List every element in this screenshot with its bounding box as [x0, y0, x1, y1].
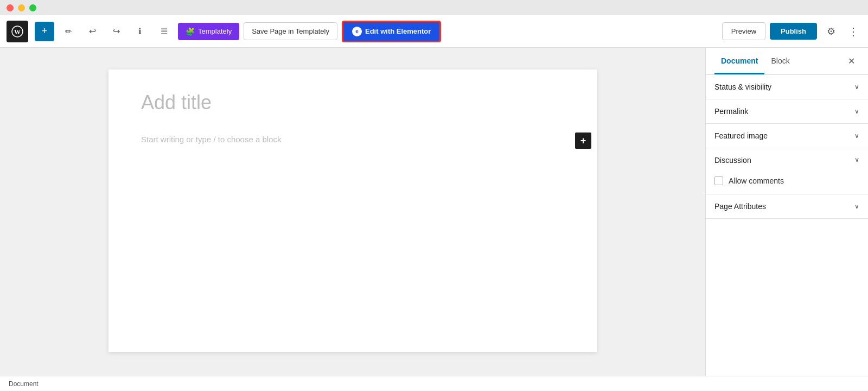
editor-canvas: Start writing or type / to choose a bloc…	[108, 70, 597, 352]
right-sidebar: Document Block ✕ Status & visibility ∨	[705, 48, 868, 376]
templately-icon: 🧩	[186, 27, 195, 36]
wp-logo[interactable]: W	[7, 21, 28, 42]
add-block-inline-button[interactable]: +	[575, 133, 591, 149]
section-discussion: Discussion ∧ Allow comments	[706, 148, 868, 194]
section-featured-image-title: Featured image	[714, 131, 854, 140]
more-icon: ⋮	[848, 25, 859, 38]
redo-button[interactable]: ↪	[106, 22, 126, 41]
section-page-attributes-header[interactable]: Page Attributes ∨	[706, 194, 868, 218]
chevron-down-icon: ∨	[854, 203, 859, 210]
undo-icon: ↩	[89, 26, 96, 36]
section-status-visibility: Status & visibility ∨	[706, 75, 868, 99]
gear-icon: ⚙	[827, 26, 835, 37]
publish-label: Publish	[781, 27, 806, 35]
info-button[interactable]: ℹ	[130, 22, 150, 41]
publish-button[interactable]: Publish	[770, 23, 817, 40]
plus-icon: +	[42, 26, 48, 37]
sidebar-header: Document Block ✕	[706, 48, 868, 75]
plus-icon: +	[580, 136, 586, 146]
status-text: Document	[9, 380, 39, 388]
section-featured-image: Featured image ∨	[706, 124, 868, 148]
section-status-visibility-header[interactable]: Status & visibility ∨	[706, 75, 868, 99]
toolbar: W + ✏ ↩ ↪ ℹ ☰ 🧩 Templately	[0, 15, 868, 48]
allow-comments-checkbox[interactable]	[714, 176, 723, 185]
chevron-down-icon: ∨	[854, 108, 859, 115]
section-featured-image-header[interactable]: Featured image ∨	[706, 124, 868, 148]
allow-comments-row: Allow comments	[714, 176, 859, 185]
add-block-button[interactable]: +	[35, 22, 54, 41]
window-chrome	[0, 0, 868, 15]
list-view-button[interactable]: ☰	[154, 22, 174, 41]
tab-document[interactable]: Document	[714, 49, 764, 74]
chevron-down-icon: ∨	[854, 132, 859, 140]
section-discussion-title: Discussion	[714, 156, 854, 165]
edit-with-elementor-button[interactable]: e Edit with Elementor	[342, 21, 441, 42]
preview-button[interactable]: Preview	[722, 22, 765, 40]
pencil-icon: ✏	[65, 27, 72, 36]
close-icon: ✕	[848, 56, 855, 66]
section-page-attributes-title: Page Attributes	[714, 202, 854, 211]
templately-label: Templately	[198, 27, 232, 35]
section-page-attributes: Page Attributes ∨	[706, 194, 868, 219]
window-maximize-btn[interactable]	[29, 4, 36, 11]
window-close-btn[interactable]	[7, 4, 14, 11]
section-permalink-title: Permalink	[714, 107, 854, 116]
allow-comments-label[interactable]: Allow comments	[729, 176, 784, 185]
redo-icon: ↪	[113, 26, 120, 36]
status-bar: Document	[0, 376, 868, 391]
block-placeholder[interactable]: Start writing or type / to choose a bloc…	[141, 130, 564, 148]
section-permalink: Permalink ∨	[706, 99, 868, 124]
info-icon: ℹ	[138, 27, 142, 36]
settings-button[interactable]: ⚙	[821, 22, 841, 41]
block-area: Start writing or type / to choose a bloc…	[141, 130, 564, 163]
undo-button[interactable]: ↩	[82, 22, 102, 41]
elementor-label: Edit with Elementor	[365, 27, 431, 35]
section-discussion-content: Allow comments	[706, 172, 868, 194]
chevron-down-icon: ∨	[854, 83, 859, 91]
list-icon: ☰	[161, 27, 168, 36]
elementor-icon: e	[352, 27, 362, 36]
save-templately-button[interactable]: Save Page in Templately	[244, 22, 337, 40]
tab-block[interactable]: Block	[764, 49, 796, 74]
editor-main: Start writing or type / to choose a bloc…	[0, 48, 705, 376]
save-templately-label: Save Page in Templately	[252, 27, 329, 35]
section-discussion-header[interactable]: Discussion ∧	[706, 148, 868, 172]
chevron-up-icon: ∧	[854, 156, 859, 164]
title-input[interactable]	[141, 91, 564, 114]
templately-button[interactable]: 🧩 Templately	[178, 23, 239, 40]
app-container: W + ✏ ↩ ↪ ℹ ☰ 🧩 Templately	[0, 15, 868, 391]
more-button[interactable]: ⋮	[845, 22, 861, 41]
window-minimize-btn[interactable]	[18, 4, 25, 11]
preview-label: Preview	[731, 27, 756, 35]
section-status-visibility-title: Status & visibility	[714, 83, 854, 91]
content-area: Start writing or type / to choose a bloc…	[0, 48, 868, 376]
svg-text:W: W	[14, 28, 21, 36]
section-permalink-header[interactable]: Permalink ∨	[706, 99, 868, 123]
sidebar-close-button[interactable]: ✕	[843, 53, 859, 70]
edit-button[interactable]: ✏	[59, 22, 78, 41]
